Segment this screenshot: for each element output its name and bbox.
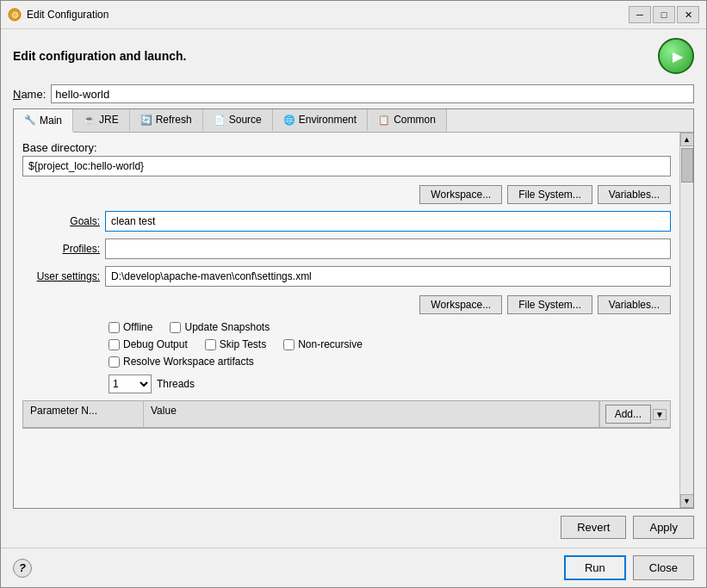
tabs-bar: 🔧 Main ☕ JRE 🔄 Refresh 📄 Source 🌐 xyxy=(14,109,693,133)
resolve-workspace-checkbox-item: Resolve Workspace artifacts xyxy=(109,356,254,368)
main-tab-icon: 🔧 xyxy=(24,115,36,126)
scrollbar-thumb[interactable] xyxy=(681,148,693,183)
apply-button[interactable]: Apply xyxy=(633,516,694,539)
tab-source[interactable]: 📄 Source xyxy=(203,109,273,132)
button-row-1: Workspace... File System... Variables... xyxy=(22,185,671,204)
goals-input[interactable] xyxy=(105,211,671,232)
tab-refresh[interactable]: 🔄 Refresh xyxy=(130,109,203,132)
workspace-button-1[interactable]: Workspace... xyxy=(419,185,502,204)
window-icon: ⚙ xyxy=(8,8,22,22)
tab-common-label: Common xyxy=(394,114,436,126)
tab-jre-label: JRE xyxy=(99,114,119,126)
tab-environment-label: Environment xyxy=(299,114,357,126)
non-recursive-checkbox-item: Non-recursive xyxy=(283,338,363,350)
tab-main-label: Main xyxy=(40,115,62,127)
button-row-2: Workspace... File System... Variables... xyxy=(22,295,671,314)
update-snapshots-checkbox[interactable] xyxy=(170,322,181,333)
header-title: Edit configuration and launch. xyxy=(13,49,186,63)
table-col-value: Value xyxy=(144,401,599,427)
checkbox-row-1: Offline Update Snapshots xyxy=(109,321,671,333)
scrollbar-track[interactable] xyxy=(680,146,694,494)
user-settings-label: User settings: xyxy=(22,270,100,282)
tab-refresh-label: Refresh xyxy=(156,114,192,126)
filesystem-button-2[interactable]: File System... xyxy=(507,295,592,314)
base-directory-section: Base directory: xyxy=(22,141,671,176)
skip-tests-checkbox[interactable] xyxy=(205,339,216,350)
scrollbar: ▲ ▼ xyxy=(679,133,693,508)
name-input[interactable] xyxy=(51,84,694,103)
window-title: Edit Configuration xyxy=(27,9,623,21)
refresh-tab-icon: 🔄 xyxy=(140,115,152,126)
user-settings-row: User settings: xyxy=(22,266,671,287)
minimize-button[interactable]: ─ xyxy=(629,6,651,23)
bottom-buttons: Revert Apply xyxy=(13,516,694,539)
threads-row: 1 2 4 Threads xyxy=(109,374,671,393)
debug-output-checkbox-item: Debug Output xyxy=(109,338,188,350)
profiles-input[interactable] xyxy=(105,238,671,259)
filesystem-button-1[interactable]: File System... xyxy=(507,185,592,204)
user-settings-input[interactable] xyxy=(105,266,671,287)
window-controls: ─ □ ✕ xyxy=(629,6,699,23)
profiles-label: Profiles: xyxy=(22,243,100,255)
skip-tests-label: Skip Tests xyxy=(220,338,266,350)
footer: ? Run Close xyxy=(1,548,706,587)
skip-tests-checkbox-item: Skip Tests xyxy=(205,338,266,350)
threads-label: Threads xyxy=(157,378,195,390)
run-icon-button[interactable] xyxy=(658,38,694,74)
title-bar: ⚙ Edit Configuration ─ □ ✕ xyxy=(1,1,706,29)
scroll-up-button[interactable]: ▲ xyxy=(680,133,694,146)
update-snapshots-label: Update Snapshots xyxy=(184,321,270,333)
goals-row: Goals: xyxy=(22,211,671,232)
threads-select[interactable]: 1 2 4 xyxy=(109,374,152,393)
common-tab-icon: 📋 xyxy=(378,115,390,126)
source-tab-icon: 📄 xyxy=(214,115,226,126)
close-button[interactable]: Close xyxy=(633,555,694,580)
non-recursive-checkbox[interactable] xyxy=(283,339,295,350)
offline-checkbox[interactable] xyxy=(109,322,120,333)
name-row: Name: xyxy=(13,84,694,103)
table-col-param: Parameter N... xyxy=(23,401,144,427)
table-add-area: Add... ▼ xyxy=(599,401,670,427)
scroll-down-button[interactable]: ▼ xyxy=(680,494,694,508)
variables-button-2[interactable]: Variables... xyxy=(598,295,671,314)
help-button[interactable]: ? xyxy=(13,559,32,578)
checkbox-row-3: Resolve Workspace artifacts xyxy=(109,356,671,368)
resolve-workspace-label: Resolve Workspace artifacts xyxy=(123,356,254,368)
base-directory-input[interactable] xyxy=(22,156,671,176)
tab-main[interactable]: 🔧 Main xyxy=(14,109,73,133)
header-area: Edit configuration and launch. xyxy=(13,38,694,74)
close-window-button[interactable]: ✕ xyxy=(677,6,699,23)
revert-button[interactable]: Revert xyxy=(561,516,626,539)
tab-environment[interactable]: 🌐 Environment xyxy=(273,109,368,132)
table-scroll-down-button[interactable]: ▼ xyxy=(653,409,667,420)
profiles-row: Profiles: xyxy=(22,238,671,259)
base-directory-label: Base directory: xyxy=(22,141,671,154)
window-content: Edit configuration and launch. Name: 🔧 M… xyxy=(1,29,706,548)
panel-scroll-area: Base directory: Workspace... File System… xyxy=(14,133,693,508)
resolve-workspace-checkbox[interactable] xyxy=(109,356,120,368)
add-parameter-button[interactable]: Add... xyxy=(605,405,651,424)
footer-right: Run Close xyxy=(564,555,694,580)
jre-tab-icon: ☕ xyxy=(84,115,96,126)
checkbox-row-2: Debug Output Skip Tests Non-recursive xyxy=(109,338,671,350)
panel-content: Base directory: Workspace... File System… xyxy=(14,133,679,508)
tab-jre[interactable]: ☕ JRE xyxy=(73,109,130,132)
debug-output-checkbox[interactable] xyxy=(109,339,120,350)
update-snapshots-checkbox-item: Update Snapshots xyxy=(170,321,270,333)
offline-label: Offline xyxy=(123,321,152,333)
non-recursive-label: Non-recursive xyxy=(298,338,363,350)
variables-button-1[interactable]: Variables... xyxy=(598,185,671,204)
environment-tab-icon: 🌐 xyxy=(283,115,295,126)
parameter-table: Parameter N... Value Add... ▼ xyxy=(22,400,671,429)
run-button[interactable]: Run xyxy=(564,555,626,580)
tab-source-label: Source xyxy=(229,114,262,126)
checkboxes-section: Offline Update Snapshots Debug Output xyxy=(109,321,671,368)
tab-common[interactable]: 📋 Common xyxy=(368,109,447,132)
maximize-button[interactable]: □ xyxy=(653,6,675,23)
svg-text:⚙: ⚙ xyxy=(11,10,19,20)
workspace-button-2[interactable]: Workspace... xyxy=(419,295,502,314)
main-window: ⚙ Edit Configuration ─ □ ✕ Edit configur… xyxy=(0,0,707,588)
goals-label: Goals: xyxy=(22,215,100,227)
name-label: Name: xyxy=(13,88,46,101)
table-header: Parameter N... Value Add... ▼ xyxy=(23,401,670,428)
